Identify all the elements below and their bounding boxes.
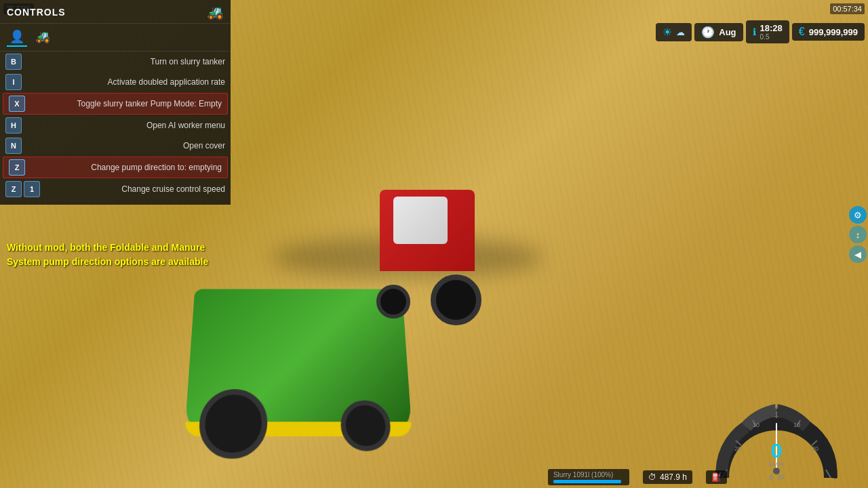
gear-icon: ⚙: [768, 474, 774, 481]
month-value: Aug: [719, 27, 736, 37]
tractor: [373, 190, 481, 312]
money-segment: € 999,999,999: [792, 23, 865, 41]
control-row: ZChange pump direction to: emptying: [3, 157, 228, 178]
cloud-icon: ☁: [676, 27, 685, 37]
slurry-status: Slurry 1091l (100%): [548, 469, 629, 485]
key-group: B: [5, 54, 22, 70]
speed-value: 0: [769, 441, 785, 461]
control-row: IActivate doubled application rate: [0, 72, 231, 92]
control-row: Z1Change cruise control speed: [0, 179, 231, 199]
key-badge: I: [5, 74, 22, 90]
hours-value: 487.9 h: [660, 472, 687, 482]
hud-right-icons: ⚙ ↕ ◀: [848, 203, 868, 266]
key-badge: 1: [24, 181, 40, 197]
key-badge: B: [5, 54, 22, 70]
key-badge: H: [5, 117, 22, 134]
annotation-text: Without mod, both the Foldable and Manur…: [7, 241, 210, 269]
clock-icon: 🕐: [701, 26, 715, 39]
control-row: BTurn on slurry tanker: [0, 52, 231, 72]
control-label: Toggle slurry tanker Pump Mode: Empty: [29, 99, 222, 108]
gear-value: 39: [776, 474, 784, 481]
controls-panel: CONTROLS 🚜 👤 🚜 BTurn on slurry tankerIAc…: [0, 0, 231, 205]
key-badge: Z: [5, 181, 22, 197]
svg-text:0: 0: [774, 403, 778, 410]
timer-display: 00:57:34: [830, 3, 865, 14]
key-badge: X: [9, 96, 25, 112]
svg-text:20: 20: [812, 445, 818, 452]
svg-text:10: 10: [793, 422, 800, 428]
game-time-value: 18:28: [760, 23, 783, 33]
control-row: XToggle slurry tanker Pump Mode: Empty: [3, 93, 228, 115]
key-badge: N: [5, 138, 22, 154]
key-group: H: [5, 117, 22, 134]
key-group: N: [5, 138, 22, 154]
clock-small-icon: ⏱: [648, 472, 656, 482]
control-label: Open cover: [26, 141, 225, 150]
controls-tabs: 👤 🚜: [0, 24, 231, 52]
tractor-front-wheel: [376, 285, 410, 319]
control-label: Turn on slurry tanker: [26, 57, 225, 66]
key-badge: Z: [9, 159, 25, 176]
slurry-label: Slurry 1091l (100%): [553, 471, 613, 479]
key-group: Z1: [5, 181, 40, 197]
tab-vehicle[interactable]: 🚜: [33, 28, 53, 47]
vehicle-icon: 🚜: [207, 4, 224, 20]
controls-header: CONTROLS 🚜: [0, 0, 231, 24]
key-group: X: [9, 96, 25, 112]
tractor-cabin: [393, 197, 448, 244]
controls-title: CONTROLS: [7, 7, 66, 18]
control-label: Change pump direction to: emptying: [29, 163, 222, 172]
control-label: Change cruise control speed: [44, 184, 225, 194]
svg-text:10: 10: [753, 422, 760, 428]
hours-status: ⏱ 487.9 h: [643, 470, 692, 484]
tab-person[interactable]: 👤: [7, 28, 27, 47]
hud-icon-2[interactable]: ↕: [849, 226, 867, 243]
control-label: Open AI worker menu: [26, 121, 225, 130]
controls-list: BTurn on slurry tankerIActivate doubled …: [0, 52, 231, 199]
game-time-segment: ℹ 18:28 0.5: [746, 20, 789, 43]
key-group: Z: [9, 159, 25, 176]
control-label: Activate doubled application rate: [26, 77, 225, 87]
hud-icon-1[interactable]: ⚙: [849, 206, 867, 224]
time-multiplier: 0.5: [760, 33, 783, 41]
top-status-bar: ☀ ☁ 🕐 Aug ℹ 18:28 0.5 € 999,999,999: [656, 20, 865, 43]
svg-text:22: 22: [829, 483, 836, 485]
control-row: HOpen AI worker menu: [0, 115, 231, 136]
speed-unit: KM/H: [769, 461, 785, 468]
hud-icon-3[interactable]: ◀: [849, 245, 867, 263]
control-row: NOpen cover: [0, 136, 231, 156]
fuel-status: ⛽: [706, 470, 727, 484]
slurry-bar: [553, 480, 621, 483]
money-value: 999,999,999: [809, 27, 858, 37]
time-segment: 🕐 Aug: [694, 23, 743, 41]
key-group: I: [5, 74, 22, 90]
fuel-icon: ⛽: [711, 472, 722, 482]
sun-icon: ☀: [663, 26, 672, 39]
currency-icon: €: [799, 26, 805, 38]
time-icon: ℹ: [753, 26, 756, 37]
status-bar: Slurry 1091l (100%) ⏱ 487.9 h ⛽: [0, 466, 732, 488]
svg-text:20: 20: [734, 445, 741, 452]
weather-segment: ☀ ☁: [656, 23, 692, 41]
tractor-rear-wheel: [431, 274, 481, 325]
